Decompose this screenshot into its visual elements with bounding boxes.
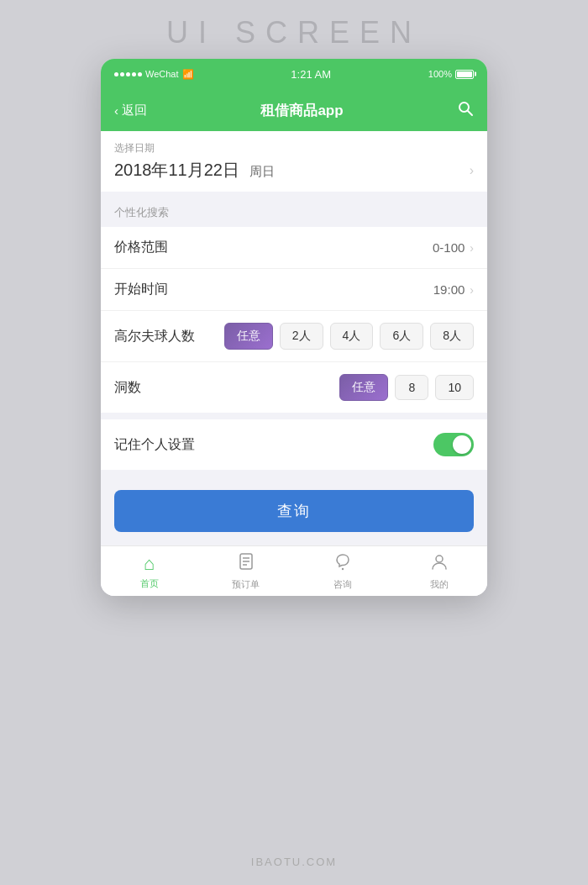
toggle-thumb [453,435,471,454]
wifi-icon: 📶 [182,69,194,80]
tab-mine-label: 我的 [430,578,449,591]
holes-option-0[interactable]: 任意 [339,374,388,401]
golf-players-row: 高尔夫球人数 任意 2人 4人 6人 8人 [101,311,487,362]
golf-option-4[interactable]: 8人 [430,323,474,350]
battery-text: 100% [428,69,452,79]
golf-option-1[interactable]: 2人 [280,323,323,350]
nav-bar: ‹ 返回 租借商品app [101,89,487,131]
query-button-wrap: 查询 [101,470,487,545]
holes-label: 洞数 [114,379,141,397]
query-button[interactable]: 查询 [114,490,474,532]
price-range-text: 0-100 [433,240,465,255]
settings-group: 价格范围 0-100 › 开始时间 19:00 › 高尔夫球人数 任意 [101,227,487,413]
remember-label: 记住个人设置 [114,436,195,454]
start-time-text: 19:00 [433,282,465,297]
battery-icon [455,70,474,79]
tab-mine[interactable]: 我的 [391,546,487,596]
tab-inquiry-label: 咨询 [333,578,352,591]
back-button[interactable]: ‹ 返回 [114,103,147,119]
price-range-value: 0-100 › [433,240,474,255]
holes-options: 任意 8 10 [339,374,474,401]
bottom-watermark: IBAOTU.COM [251,856,337,868]
start-time-label: 开始时间 [114,281,168,298]
mine-icon [430,552,449,576]
date-weekday: 周日 [249,164,275,178]
section-label-personalized: 个性化搜索 [101,198,487,227]
golf-option-2[interactable]: 4人 [330,323,374,350]
golf-option-0[interactable]: 任意 [224,323,273,350]
tab-orders[interactable]: 预订单 [197,546,294,596]
date-section[interactable]: 选择日期 2018年11月22日 周日 › [101,131,487,192]
tab-home-label: 首页 [140,577,159,590]
price-range-label: 价格范围 [114,239,168,256]
tab-inquiry[interactable]: 咨询 [294,546,391,596]
golf-players-options: 任意 2人 4人 6人 8人 [224,323,474,350]
golf-players-label: 高尔夫球人数 [114,328,195,345]
start-time-value: 19:00 › [433,282,474,297]
remember-row: 记住个人设置 [101,419,487,470]
holes-row: 洞数 任意 8 10 [101,362,487,413]
svg-point-6 [341,567,343,569]
holes-option-2[interactable]: 10 [435,375,474,400]
start-time-chevron-icon: › [470,283,474,297]
holes-option-1[interactable]: 8 [395,375,428,400]
tab-orders-label: 预订单 [232,578,260,591]
price-chevron-icon: › [470,241,474,255]
ui-screen-label: UI SCREEN [166,15,422,50]
status-time: 1:21 AM [291,68,331,81]
inquiry-icon [333,552,352,576]
orders-icon [237,552,255,576]
signal-dots [114,72,142,76]
date-label: 选择日期 [114,141,474,155]
start-time-row[interactable]: 开始时间 19:00 › [101,269,487,311]
price-range-row[interactable]: 价格范围 0-100 › [101,227,487,269]
svg-line-1 [468,111,472,115]
phone-frame: WeChat 📶 1:21 AM 100% ‹ 返回 租借商品app 选择日期 [101,59,487,596]
home-icon: ⌂ [144,553,155,575]
tab-bar: ⌂ 首页 预订单 [101,545,487,596]
remember-toggle[interactable] [433,433,474,456]
back-chevron-icon: ‹ [114,103,118,118]
search-icon[interactable] [457,100,474,121]
status-right: 100% [428,69,474,79]
carrier-label: WeChat [145,69,179,79]
tab-home[interactable]: ⌂ 首页 [101,546,197,596]
back-label: 返回 [122,103,147,119]
nav-title: 租借商品app [260,101,343,120]
content-area: 选择日期 2018年11月22日 周日 › 个性化搜索 价格范围 0-100 › [101,131,487,596]
golf-option-3[interactable]: 6人 [380,323,423,350]
status-left: WeChat 📶 [114,69,194,80]
date-value: 2018年11月22日 [114,161,239,179]
svg-point-7 [436,556,443,562]
status-bar: WeChat 📶 1:21 AM 100% [101,59,487,89]
date-chevron-icon: › [470,163,474,178]
date-row: 2018年11月22日 周日 › [114,159,474,182]
